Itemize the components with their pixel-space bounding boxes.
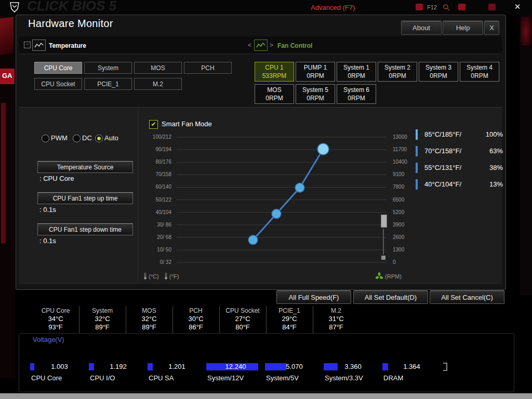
- fan-name: PUMP 1: [304, 63, 327, 72]
- fan-curve-line: [253, 149, 323, 240]
- voltage-value: 1.364: [382, 363, 441, 371]
- step-down-time-button[interactable]: CPU Fan1 step down time: [37, 223, 133, 235]
- readout-celsius: 29°C: [266, 315, 313, 323]
- fan-curve-point[interactable]: [295, 183, 304, 192]
- temp-button-cpu-core[interactable]: CPU Core: [34, 62, 82, 74]
- voltage-name: System/3.3V: [325, 374, 363, 382]
- temp-button-mos[interactable]: MOS: [134, 62, 182, 74]
- radio-pwm-label: PWM: [51, 134, 68, 142]
- fan-button-system6[interactable]: System 60RPM: [337, 84, 376, 104]
- left-axis-tick: 30/ 86: [157, 222, 171, 228]
- fan-button-cpu1[interactable]: CPU 1533RPM: [255, 62, 294, 82]
- fan-name: System 5: [302, 86, 328, 94]
- all-set-cancel-button[interactable]: All Set Cancel(C): [430, 290, 504, 304]
- readout-fahrenheit: 84°F: [266, 323, 313, 331]
- readout-celsius: 32°C: [79, 315, 126, 323]
- left-axis-tick: 70/158: [155, 171, 171, 177]
- point-color-bar: [416, 163, 418, 173]
- panel-divider: [138, 107, 138, 284]
- fan-button-system2[interactable]: System 20RPM: [378, 62, 417, 82]
- fan-button-system3[interactable]: System 30RPM: [419, 62, 458, 82]
- thermometer-icon: [164, 272, 168, 280]
- all-set-default-button[interactable]: All Set Default(D): [353, 290, 428, 304]
- step-up-time-button[interactable]: CPU Fan1 step up time: [37, 192, 133, 204]
- radio-auto-label: Auto: [104, 134, 118, 142]
- readout-fahrenheit: 87°F: [313, 323, 360, 331]
- readout-separator: [172, 306, 173, 333]
- left-axis-tick: 10/ 50: [157, 247, 171, 252]
- fan-speed-slider-end: [381, 256, 385, 260]
- fan-point-row: 40°C/104°F/ 13%: [416, 179, 503, 190]
- fahrenheit-unit-label: (°F): [169, 273, 179, 280]
- fan-point-row: 55°C/131°F/ 38%: [416, 162, 503, 173]
- readout-m2: M.2 31°C 87°F: [313, 307, 360, 331]
- smart-fan-checkbox[interactable]: [149, 120, 158, 129]
- readout-cpu-core: CPU Core 34°C 93°F: [32, 307, 79, 331]
- left-axis-tick: 100/212: [153, 134, 171, 140]
- right-axis: 1300011700104009100780065005200390026001…: [392, 131, 419, 267]
- fan-rpm: 0RPM: [430, 72, 447, 80]
- fan-point-row: 70°C/158°F/ 63%: [416, 145, 503, 156]
- window-title: Hardware Monitor: [28, 18, 113, 30]
- fan-button-pump1[interactable]: PUMP 10RPM: [296, 62, 335, 82]
- fan-curve-point[interactable]: [248, 235, 258, 245]
- collapse-icon[interactable]: −: [24, 42, 31, 48]
- fan-button-system5[interactable]: System 50RPM: [296, 84, 335, 104]
- all-full-speed-button[interactable]: All Full Speed(F): [276, 290, 351, 304]
- right-axis-tick: 13000: [393, 134, 407, 140]
- left-axis-tick: 0/ 32: [160, 259, 171, 265]
- fan-button-mos[interactable]: MOS0RPM: [255, 84, 294, 104]
- voltage-value: 5.070: [265, 363, 324, 371]
- point-color-bar: [416, 179, 418, 190]
- fan-point-row: 85°C/185°F/ 100%: [416, 129, 503, 140]
- point-temp-label: 40°C/104°F/: [424, 180, 461, 188]
- point-temp-label: 70°C/158°F/: [424, 147, 461, 155]
- voltage-panel: Voltage(V) 1.003 CPU Core 1.192 CPU I/O …: [19, 333, 514, 392]
- readout-fahrenheit: 89°F: [79, 323, 126, 331]
- temp-button-cpu-socket[interactable]: CPU Socket: [34, 78, 82, 90]
- help-button[interactable]: Help: [443, 21, 483, 35]
- point-percent-value: 100%: [486, 130, 503, 138]
- voltage-item-cpu-core: 1.003 CPU Core: [30, 363, 89, 389]
- voltage-name: CPU SA: [149, 374, 174, 382]
- fan-rpm: 0RPM: [348, 72, 365, 80]
- close-button[interactable]: X: [484, 21, 499, 35]
- readout-mos: MOS 32°C 89°F: [126, 307, 172, 331]
- voltage-item-system-5v: 5.070 System/5V: [265, 363, 324, 389]
- fan-button-system1[interactable]: System 10RPM: [337, 62, 376, 82]
- fan-prev-arrow-icon[interactable]: <: [248, 42, 251, 49]
- temp-button-system[interactable]: System: [84, 62, 132, 74]
- fan-name: MOS: [267, 86, 281, 94]
- fan-rpm: 0RPM: [307, 94, 324, 102]
- fan-button-system4[interactable]: System 40RPM: [460, 62, 499, 82]
- fan-curve-point[interactable]: [317, 143, 329, 155]
- radio-pwm[interactable]: [42, 135, 49, 142]
- fan-rpm: 0RPM: [471, 72, 488, 80]
- right-axis-tick: 1300: [393, 247, 404, 252]
- fan-curve-plot[interactable]: [177, 131, 390, 267]
- right-axis-tick: 10400: [393, 159, 407, 165]
- radio-dc[interactable]: [73, 135, 81, 142]
- voltage-name: CPU Core: [31, 374, 62, 382]
- temp-button-pch[interactable]: PCH: [184, 62, 232, 74]
- point-temp-label: 85°C/185°F/: [424, 130, 461, 138]
- readout-fahrenheit: 89°F: [126, 323, 172, 331]
- about-button[interactable]: About: [401, 21, 442, 35]
- voltage-name: CPU I/O: [90, 374, 115, 382]
- right-axis-tick: 6500: [393, 197, 404, 203]
- voltage-value: 1.003: [30, 363, 89, 371]
- readout-name: CPU Socket: [219, 307, 266, 315]
- temp-button-pcie1[interactable]: PCIE_1: [84, 78, 132, 90]
- rpm-legend: (RPM): [375, 272, 402, 281]
- temp-button-m2[interactable]: M.2: [134, 78, 182, 90]
- radio-auto[interactable]: [95, 135, 103, 142]
- fan-curve-point[interactable]: [272, 209, 281, 219]
- step-down-time-value: : 0.1s: [39, 237, 56, 245]
- temperature-source-button[interactable]: Temperature Source: [37, 161, 133, 173]
- voltage-scale-end-tick: [443, 363, 447, 371]
- fan-next-arrow-icon[interactable]: >: [270, 42, 273, 49]
- radio-dc-label: DC: [82, 134, 92, 142]
- fan-speed-slider-handle[interactable]: [381, 215, 387, 228]
- voltage-item-system-3v3: 3.360 System/3.3V: [324, 363, 382, 389]
- readout-celsius: 31°C: [313, 315, 360, 323]
